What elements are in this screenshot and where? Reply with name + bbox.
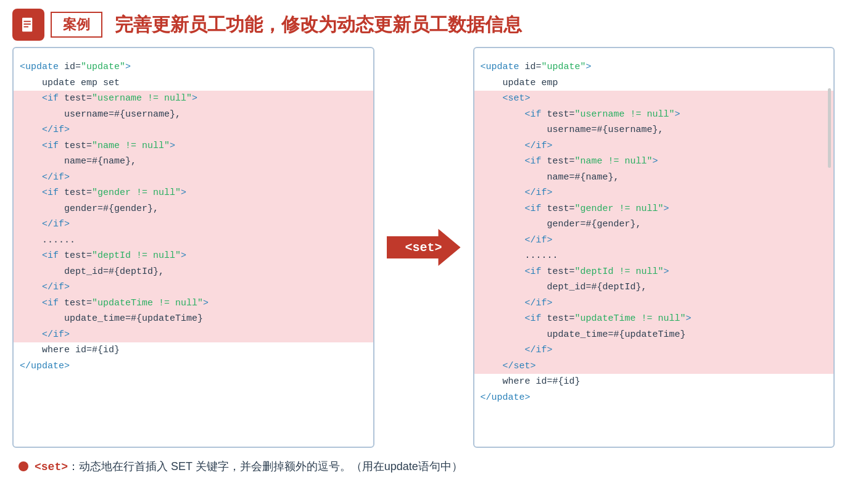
footer-colon: ： xyxy=(68,460,79,473)
svg-rect-3 xyxy=(24,27,29,28)
footer-text: <set>：动态地在行首插入 SET 关键字，并会删掉额外的逗号。（用在upda… xyxy=(35,459,463,474)
right-code-block: <update id="update"> update emp <set> <i… xyxy=(481,59,828,405)
arrow-shape: <set> xyxy=(387,229,461,266)
main-content: <update id="update"> update emp set <if … xyxy=(0,47,847,448)
header-tag-label: 案例 xyxy=(51,12,102,38)
left-code-block: <update id="update"> update emp set <if … xyxy=(20,59,367,374)
footer-set-tag: <set> xyxy=(35,461,68,473)
header-title: 完善更新员工功能，修改为动态更新员工数据信息 xyxy=(115,12,522,38)
svg-rect-2 xyxy=(24,23,31,25)
svg-rect-1 xyxy=(24,21,31,22)
scrollbar[interactable] xyxy=(828,88,831,168)
arrow-body xyxy=(387,229,461,266)
header: 案例 完善更新员工功能，修改为动态更新员工数据信息 xyxy=(0,0,847,47)
arrow-area: <set> xyxy=(381,47,467,448)
footer-description: 动态地在行首插入 SET 关键字，并会删掉额外的逗号。（用在update语句中） xyxy=(79,460,463,473)
right-code-panel: <update id="update"> update emp <set> <i… xyxy=(473,47,835,448)
document-icon xyxy=(19,15,38,34)
header-icon xyxy=(12,9,44,41)
left-code-panel: <update id="update"> update emp set <if … xyxy=(12,47,374,448)
footer-note: <set>：动态地在行首插入 SET 关键字，并会删掉额外的逗号。（用在upda… xyxy=(0,448,847,480)
footer-bullet xyxy=(19,461,28,471)
